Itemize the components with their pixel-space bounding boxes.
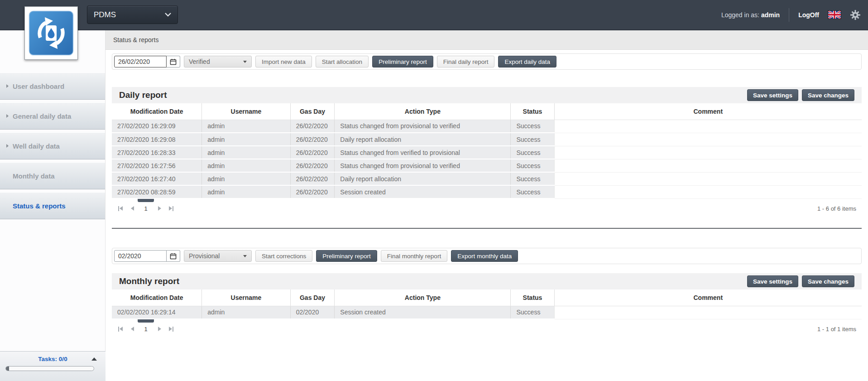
column-header-action-type[interactable]: Action Type (335, 103, 511, 120)
monthly-toolbar: Provisional Start correctionsPreliminary… (112, 248, 862, 264)
cell-modification-date: 27/02/2020 16:29:08 (112, 133, 202, 146)
column-header-gas-day[interactable]: Gas Day (290, 289, 335, 306)
table-row[interactable]: 27/02/2020 16:29:09admin26/02/2020Status… (112, 120, 862, 133)
monthly-report-table: Modification DateUsernameGas DayAction T… (112, 289, 862, 319)
column-header-gas-day[interactable]: Gas Day (290, 103, 335, 120)
column-header-username[interactable]: Username (202, 103, 290, 120)
daily-current-page[interactable]: 1 (138, 199, 153, 218)
monthly-last-page-button[interactable] (165, 323, 177, 335)
cell-gas-day: 26/02/2020 (290, 133, 335, 146)
daily-date-picker (114, 56, 180, 68)
cell-username: admin (202, 172, 290, 185)
daily-save-changes-button[interactable]: Save changes (802, 89, 854, 101)
cell-comment[interactable] (554, 159, 862, 172)
daily-last-page-button[interactable] (165, 203, 177, 214)
daily-prev-page-button[interactable] (126, 203, 138, 214)
sidebar-item-user-dashboard[interactable]: User dashboard (0, 72, 105, 100)
cell-username: admin (202, 146, 290, 159)
sidebar-item-status-reports[interactable]: Status & reports (0, 192, 105, 219)
monthly-pager: 1 1 - 1 of 1 items (112, 319, 862, 338)
final-monthly-report-button[interactable]: Final monthly report (381, 250, 447, 262)
export-daily-data-button[interactable]: Export daily data (498, 56, 556, 68)
preliminary-report-button[interactable]: Preliminary report (372, 56, 433, 68)
daily-next-page-button[interactable] (153, 203, 165, 214)
logged-in-username: admin (761, 11, 780, 19)
tasks-panel: Tasks: 0/0 (0, 351, 106, 381)
start-allocation-button[interactable]: Start allocation (316, 56, 369, 68)
monthly-first-page-button[interactable] (115, 323, 126, 335)
cell-gas-day: 26/02/2020 (290, 172, 335, 185)
cell-username: admin (202, 120, 290, 133)
gear-icon[interactable] (850, 10, 861, 20)
daily-save-settings-button[interactable]: Save settings (747, 89, 798, 101)
table-row[interactable]: 27/02/2020 16:28:33admin26/02/2020Status… (112, 146, 862, 159)
table-row[interactable]: 27/02/2020 16:27:56admin26/02/2020Status… (112, 159, 862, 172)
daily-status-value: Verified (189, 58, 210, 65)
cell-comment[interactable] (554, 120, 862, 133)
table-row[interactable]: 02/02/2020 16:29:14admin02/2020Session c… (112, 306, 862, 319)
monthly-status-dropdown[interactable]: Provisional (184, 250, 252, 262)
daily-date-input[interactable] (114, 56, 167, 68)
monthly-date-picker (114, 250, 180, 262)
sidebar-item-monthly-data[interactable]: Monthly data (0, 162, 105, 189)
daily-status-dropdown[interactable]: Verified (184, 56, 252, 68)
cell-username: admin (202, 306, 290, 319)
monthly-pager-summary: 1 - 1 of 1 items (817, 326, 862, 333)
app-selector-dropdown[interactable]: PDMS (87, 5, 178, 24)
start-corrections-button[interactable]: Start corrections (255, 250, 312, 262)
daily-first-page-button[interactable] (115, 203, 126, 214)
cell-modification-date: 27/02/2020 16:28:33 (112, 146, 202, 159)
column-header-comment[interactable]: Comment (554, 289, 862, 306)
pdms-logo-icon (29, 10, 74, 56)
column-header-status[interactable]: Status (511, 103, 554, 120)
cell-username: admin (202, 185, 290, 198)
tab-status-reports[interactable]: Status & reports (113, 36, 158, 43)
cell-comment[interactable] (554, 146, 862, 159)
collapse-arrow-icon[interactable] (91, 357, 97, 361)
daily-report-table: Modification DateUsernameGas DayAction T… (112, 103, 862, 199)
cell-username: admin (202, 133, 290, 146)
dropdown-arrow-icon (243, 255, 247, 257)
monthly-calendar-button[interactable] (167, 250, 180, 262)
calendar-icon (170, 58, 177, 65)
column-header-modification-date[interactable]: Modification Date (112, 289, 202, 306)
column-header-action-type[interactable]: Action Type (335, 289, 511, 306)
monthly-save-settings-button[interactable]: Save settings (747, 275, 798, 287)
uk-flag-icon[interactable] (828, 11, 841, 19)
column-header-modification-date[interactable]: Modification Date (112, 103, 202, 120)
daily-toolbar: Verified Import new dataStart allocation… (112, 53, 862, 70)
daily-section-header: Daily report Save settings Save changes (112, 87, 862, 103)
cell-status: Success (511, 172, 554, 185)
column-header-comment[interactable]: Comment (554, 103, 862, 120)
monthly-save-changes-button[interactable]: Save changes (802, 275, 854, 287)
sidebar-item-label: Monthly data (13, 172, 55, 180)
monthly-next-page-button[interactable] (153, 323, 165, 335)
column-header-status[interactable]: Status (511, 289, 554, 306)
cell-status: Success (511, 159, 554, 172)
daily-calendar-button[interactable] (167, 56, 180, 68)
cell-comment[interactable] (554, 306, 862, 319)
calendar-icon (170, 253, 177, 260)
table-row[interactable]: 27/02/2020 16:29:08admin26/02/2020Daily … (112, 133, 862, 146)
monthly-current-page[interactable]: 1 (138, 319, 153, 338)
table-row[interactable]: 27/02/2020 16:27:40admin26/02/2020Daily … (112, 172, 862, 185)
app-selector-value: PDMS (94, 10, 116, 19)
monthly-date-input[interactable] (114, 250, 167, 262)
daily-pager-summary: 1 - 6 of 6 items (817, 205, 862, 212)
logoff-button[interactable]: LogOff (798, 11, 819, 19)
export-monthly-data-button[interactable]: Export monthly data (451, 250, 518, 262)
cell-status: Success (511, 185, 554, 198)
sidebar-item-general-daily-data[interactable]: General daily data (0, 102, 105, 130)
final-daily-report-button[interactable]: Final daily report (437, 56, 495, 68)
import-new-data-button[interactable]: Import new data (255, 56, 312, 68)
table-row[interactable]: 27/02/2020 08:28:59admin26/02/2020Sessio… (112, 185, 862, 198)
cell-comment[interactable] (554, 172, 862, 185)
sidebar-item-well-daily-data[interactable]: Well daily data (0, 132, 105, 159)
preliminary-report-button[interactable]: Preliminary report (316, 250, 377, 262)
column-header-username[interactable]: Username (202, 289, 290, 306)
tab-strip: Status & reports (106, 30, 868, 50)
cell-modification-date: 27/02/2020 16:27:40 (112, 172, 202, 185)
cell-comment[interactable] (554, 133, 862, 146)
monthly-prev-page-button[interactable] (126, 323, 138, 335)
cell-comment[interactable] (554, 185, 862, 198)
